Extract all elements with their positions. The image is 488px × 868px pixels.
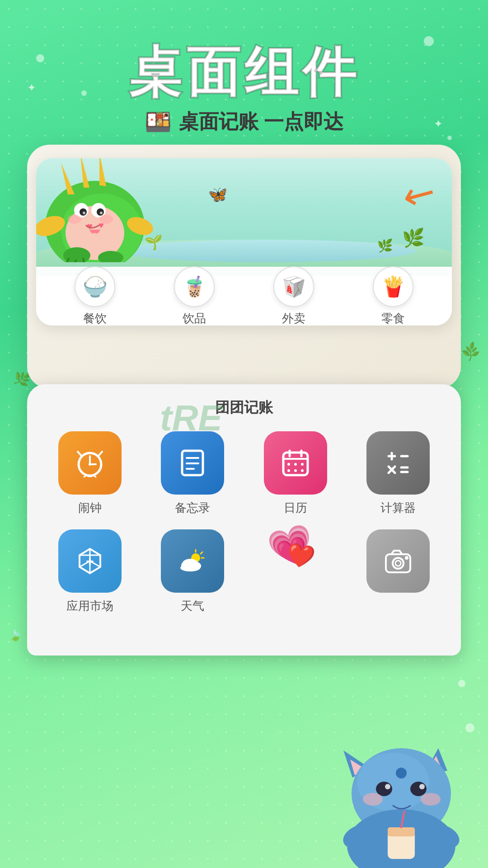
svg-point-80 <box>363 793 383 806</box>
app-memo[interactable]: 备忘录 <box>148 431 238 516</box>
svg-point-8 <box>83 212 85 214</box>
app-grid: 闹钟 备忘录 <box>41 431 447 614</box>
svg-point-78 <box>419 784 425 789</box>
app-calendar[interactable]: 日历 <box>251 431 340 516</box>
svg-line-59 <box>201 552 202 554</box>
svg-point-79 <box>396 768 407 778</box>
svg-point-68 <box>405 556 408 560</box>
svg-point-37 <box>287 463 290 466</box>
butterfly-deco: 🦋 <box>208 185 228 204</box>
alarm-label: 闹钟 <box>78 500 102 516</box>
appstore-label: 应用市场 <box>66 598 113 614</box>
calculator-icon <box>366 431 430 495</box>
category-takeout[interactable]: 🥡 外卖 <box>273 266 314 326</box>
svg-point-77 <box>385 784 390 789</box>
svg-point-41 <box>294 469 297 472</box>
svg-point-67 <box>395 561 401 566</box>
svg-point-66 <box>393 558 404 569</box>
category-row: 🍚 餐饮 🧋 饮品 🥡 外卖 🍟 零食 <box>36 267 452 326</box>
grass-deco-2: 🌿 <box>377 238 393 253</box>
svg-point-40 <box>287 469 290 472</box>
svg-point-12 <box>68 215 81 224</box>
category-snacks[interactable]: 🍟 零食 <box>373 266 413 326</box>
app-weather[interactable]: 天气 <box>148 529 238 614</box>
svg-rect-86 <box>388 827 415 836</box>
leaf-deco-3: 🍃 <box>8 628 23 643</box>
blue-cat-character <box>334 723 479 868</box>
svg-point-38 <box>294 463 297 466</box>
svg-line-21 <box>75 260 76 262</box>
grass-deco-1: 🌿 <box>402 227 425 249</box>
svg-point-81 <box>421 793 441 806</box>
takeout-label: 外卖 <box>282 311 305 326</box>
leaf-deco-2: 🌿 <box>460 340 482 363</box>
camera-icon <box>366 529 430 593</box>
category-drinks[interactable]: 🧋 饮品 <box>174 266 215 326</box>
alarm-icon <box>58 431 122 495</box>
app-alarm[interactable]: 闹钟 <box>45 431 135 516</box>
app-heart-deco: 💗 ❤️ <box>251 529 340 614</box>
category-dining[interactable]: 🍚 餐饮 <box>75 266 115 326</box>
app-calculator[interactable]: 计算器 <box>354 431 443 516</box>
heart-decoration: 💗 ❤️ <box>264 529 327 593</box>
calendar-label: 日历 <box>284 500 307 516</box>
deco-dot-4 <box>447 136 452 140</box>
app-appstore[interactable]: 应用市场 <box>45 529 135 614</box>
calendar-icon <box>264 431 327 495</box>
subtitle-section: 🍱 桌面记账 一点即达 <box>0 108 488 135</box>
snacks-label: 零食 <box>381 311 405 326</box>
svg-line-22 <box>83 259 84 262</box>
svg-point-26 <box>89 463 91 466</box>
svg-point-75 <box>376 782 392 796</box>
takeout-icon: 🥡 <box>273 266 314 307</box>
svg-marker-5 <box>99 158 106 186</box>
svg-point-64 <box>180 564 200 571</box>
svg-point-42 <box>301 469 304 472</box>
inner-widget: 🦋 🌿 🌿 🌱 <box>36 158 452 326</box>
phone-frame: 团团记账 闹钟 <box>27 384 461 656</box>
svg-marker-3 <box>61 163 75 194</box>
svg-line-28 <box>99 452 102 455</box>
dining-icon: 🍚 <box>75 266 115 307</box>
widget-card: 🦋 🌿 🌿 🌱 <box>27 145 461 389</box>
calculator-label: 计算器 <box>380 500 416 516</box>
weather-label: 天气 <box>181 598 204 614</box>
deco-dot-5 <box>458 680 465 687</box>
memo-icon <box>161 431 224 495</box>
phone-app-title: 团团记账 <box>41 398 447 418</box>
drinks-icon: 🧋 <box>174 266 215 307</box>
svg-point-11 <box>100 212 103 214</box>
drinks-label: 饮品 <box>183 311 206 326</box>
weather-icon <box>161 529 224 593</box>
appstore-icon <box>58 529 122 593</box>
dining-label: 餐饮 <box>83 311 107 326</box>
subtitle-icon: 🍱 <box>145 109 172 135</box>
svg-point-76 <box>410 782 427 796</box>
svg-line-27 <box>78 452 81 455</box>
memo-label: 备忘录 <box>175 500 210 516</box>
snacks-icon: 🍟 <box>373 266 413 307</box>
svg-point-39 <box>301 463 304 466</box>
subtitle-text: 桌面记账 一点即达 <box>179 108 343 135</box>
dragon-character: ♥ ♥ <box>36 158 167 262</box>
app-camera[interactable] <box>354 529 443 614</box>
widget-scene: 🦋 🌿 🌿 🌱 <box>36 158 452 276</box>
page-title: 桌面组件 <box>0 36 488 110</box>
